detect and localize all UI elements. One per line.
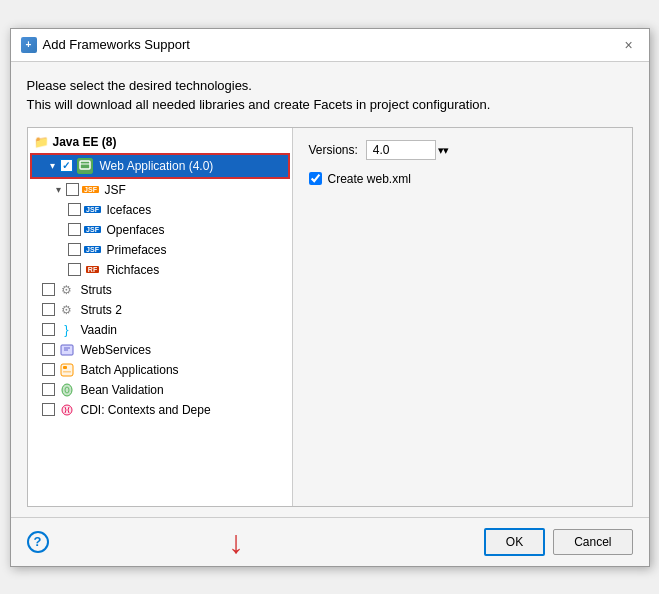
bottom-bar: ? ↓ OK Cancel bbox=[11, 517, 649, 566]
checkbox-jsf[interactable] bbox=[66, 183, 79, 196]
tree-item-struts2[interactable]: ⚙ Struts 2 bbox=[28, 300, 292, 320]
button-group: OK Cancel bbox=[484, 528, 633, 556]
vaadin-label: Vaadin bbox=[81, 323, 117, 337]
svg-rect-7 bbox=[63, 371, 71, 373]
content-area: 📁 Java EE (8) ▾ Web Application (4.0) ▾ bbox=[27, 127, 633, 507]
richfaces-icon: RF bbox=[85, 262, 101, 278]
dialog-body: Please select the desired technologies. … bbox=[11, 62, 649, 517]
tree-item-icefaces[interactable]: JSF Icefaces bbox=[28, 200, 292, 220]
close-button[interactable]: × bbox=[619, 35, 639, 55]
cancel-button[interactable]: Cancel bbox=[553, 529, 632, 555]
tree-item-batch[interactable]: Batch Applications bbox=[28, 360, 292, 380]
checkbox-icefaces[interactable] bbox=[68, 203, 81, 216]
checkbox-batch[interactable] bbox=[42, 363, 55, 376]
version-select[interactable]: 4.0 3.1 3.0 2.5 bbox=[366, 140, 436, 160]
checkbox-vaadin[interactable] bbox=[42, 323, 55, 336]
svg-point-8 bbox=[62, 384, 72, 396]
primefaces-icon: JSF bbox=[85, 242, 101, 258]
struts-label: Struts bbox=[81, 283, 112, 297]
openfaces-icon: JSF bbox=[85, 222, 101, 238]
tree-section-header: 📁 Java EE (8) bbox=[28, 132, 292, 152]
folder-icon: 📁 bbox=[34, 135, 49, 149]
version-label: Versions: bbox=[309, 143, 358, 157]
tree-item-webservices[interactable]: WebServices bbox=[28, 340, 292, 360]
tree-item-richfaces[interactable]: RF Richfaces bbox=[28, 260, 292, 280]
checkbox-richfaces[interactable] bbox=[68, 263, 81, 276]
down-arrow-icon: ↓ bbox=[228, 526, 244, 558]
struts-icon: ⚙ bbox=[59, 282, 75, 298]
primefaces-label: Primefaces bbox=[107, 243, 167, 257]
icefaces-label: Icefaces bbox=[107, 203, 152, 217]
right-panel: Versions: 4.0 3.1 3.0 2.5 ▾ Create web.x… bbox=[293, 128, 632, 506]
tree-item-bean[interactable]: Bean Validation bbox=[28, 380, 292, 400]
create-xml-label[interactable]: Create web.xml bbox=[328, 172, 411, 186]
expand-arrow-jsf[interactable]: ▾ bbox=[52, 183, 66, 197]
checkbox-bean[interactable] bbox=[42, 383, 55, 396]
richfaces-label: Richfaces bbox=[107, 263, 160, 277]
checkbox-struts2[interactable] bbox=[42, 303, 55, 316]
checkbox-web-app[interactable] bbox=[60, 159, 73, 172]
jsf-icon: JSF bbox=[83, 182, 99, 198]
web-app-label: Web Application (4.0) bbox=[100, 159, 214, 173]
openfaces-label: Openfaces bbox=[107, 223, 165, 237]
description: Please select the desired technologies. … bbox=[27, 76, 633, 115]
add-frameworks-dialog: + Add Frameworks Support × Please select… bbox=[10, 28, 650, 567]
version-row: Versions: 4.0 3.1 3.0 2.5 ▾ bbox=[309, 140, 616, 160]
webservices-label: WebServices bbox=[81, 343, 151, 357]
svg-rect-6 bbox=[63, 366, 67, 369]
section-label: Java EE (8) bbox=[53, 135, 117, 149]
checkbox-webservices[interactable] bbox=[42, 343, 55, 356]
version-select-wrapper[interactable]: 4.0 3.1 3.0 2.5 ▾ bbox=[366, 140, 450, 160]
tree-item-struts[interactable]: ⚙ Struts bbox=[28, 280, 292, 300]
tree-item-primefaces[interactable]: JSF Primefaces bbox=[28, 240, 292, 260]
expand-arrow-web-app[interactable]: ▾ bbox=[46, 159, 60, 173]
icefaces-icon: JSF bbox=[85, 202, 101, 218]
bean-icon bbox=[59, 382, 75, 398]
checkbox-openfaces[interactable] bbox=[68, 223, 81, 236]
title-bar-left: + Add Frameworks Support bbox=[21, 37, 190, 53]
checkbox-primefaces[interactable] bbox=[68, 243, 81, 256]
create-xml-row: Create web.xml bbox=[309, 172, 616, 186]
cdi-icon bbox=[59, 402, 75, 418]
webservices-icon bbox=[59, 342, 75, 358]
struts2-icon: ⚙ bbox=[59, 302, 75, 318]
struts2-label: Struts 2 bbox=[81, 303, 122, 317]
vaadin-icon: } bbox=[59, 322, 75, 338]
tree-item-web-app[interactable]: ▾ Web Application (4.0) bbox=[30, 153, 290, 179]
tree-item-vaadin[interactable]: } Vaadin bbox=[28, 320, 292, 340]
tree-item-jsf[interactable]: ▾ JSF JSF bbox=[28, 180, 292, 200]
svg-rect-0 bbox=[80, 161, 90, 169]
batch-icon bbox=[59, 362, 75, 378]
checkbox-cdi[interactable] bbox=[42, 403, 55, 416]
help-button[interactable]: ? bbox=[27, 531, 49, 553]
tree-item-cdi[interactable]: CDI: Contexts and Depe bbox=[28, 400, 292, 420]
web-app-icon bbox=[77, 158, 93, 174]
arrow-container: ↓ bbox=[49, 526, 484, 558]
cdi-label: CDI: Contexts and Depe bbox=[81, 403, 211, 417]
left-panel[interactable]: 📁 Java EE (8) ▾ Web Application (4.0) ▾ bbox=[28, 128, 293, 506]
dialog-icon: + bbox=[21, 37, 37, 53]
create-xml-checkbox[interactable] bbox=[309, 172, 322, 185]
description-line2: This will download all needed libraries … bbox=[27, 95, 633, 115]
jsf-label: JSF bbox=[105, 183, 126, 197]
svg-rect-5 bbox=[61, 364, 73, 376]
checkbox-struts[interactable] bbox=[42, 283, 55, 296]
svg-point-10 bbox=[62, 405, 72, 415]
batch-label: Batch Applications bbox=[81, 363, 179, 377]
description-line1: Please select the desired technologies. bbox=[27, 76, 633, 96]
title-bar: + Add Frameworks Support × bbox=[11, 29, 649, 62]
ok-button[interactable]: OK bbox=[484, 528, 545, 556]
bean-label: Bean Validation bbox=[81, 383, 164, 397]
tree-item-openfaces[interactable]: JSF Openfaces bbox=[28, 220, 292, 240]
dialog-title: Add Frameworks Support bbox=[43, 37, 190, 52]
